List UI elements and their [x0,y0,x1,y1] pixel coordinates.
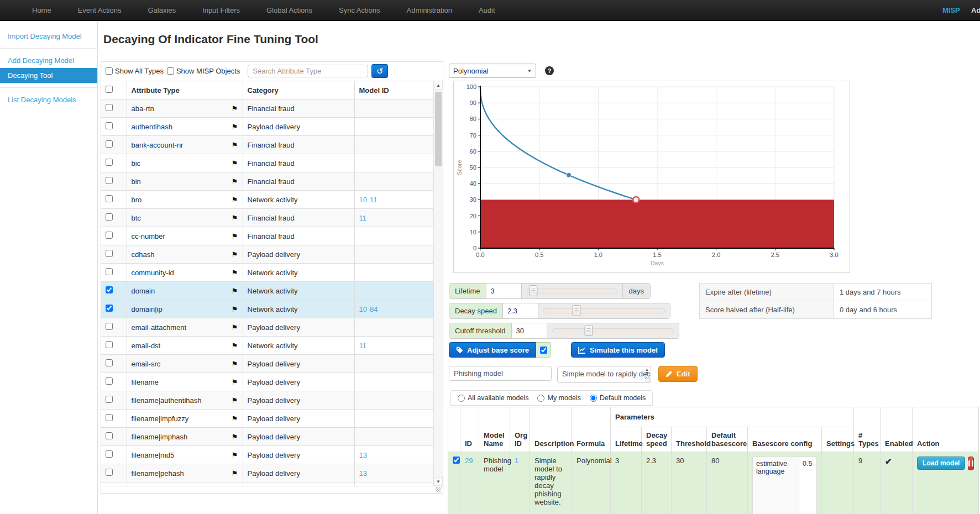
table-row[interactable]: bic⚑Financial fraud [101,154,433,172]
load-model-button[interactable]: Load model [917,457,965,470]
flag-icon[interactable]: ⚑ [232,378,238,386]
decay-speed-input[interactable] [503,303,538,318]
table-row[interactable]: filename⚑Payload delivery [101,373,433,391]
attribute-row-checkbox[interactable] [106,469,113,476]
sidebar-item-decaying-tool[interactable]: Decaying Tool [0,68,97,83]
adjust-base-score-button[interactable]: Adjust base score [449,342,536,358]
cutoff-threshold-slider-track[interactable] [552,328,674,333]
model-description-textarea[interactable]: Simple model to rapidly decay ▲ ▼ [557,366,651,383]
attribute-row-checkbox[interactable] [106,305,113,312]
model-name-input[interactable] [449,366,552,381]
table-row[interactable]: cc-number⚑Financial fraud [101,227,433,245]
model-id-link[interactable]: 13 [359,469,367,478]
attribute-row-checkbox[interactable] [106,396,113,403]
adjust-basescore-checkbox[interactable] [540,347,547,354]
model-id-link[interactable]: 10 [359,196,367,204]
table-row[interactable]: cdhash⚑Payload delivery [101,245,433,264]
textarea-resize-grip-icon[interactable] [645,377,650,382]
model-id-link[interactable]: 10 [359,305,367,313]
decay-speed-slider[interactable] [538,303,670,318]
attribute-row-checkbox[interactable] [106,323,113,330]
nav-item-galaxies[interactable]: Galaxies [148,6,176,14]
all-available-models-radio[interactable] [458,395,465,402]
model-id-link[interactable]: 11 [370,196,378,204]
all-available-models-option[interactable]: All available models [458,394,528,402]
attribute-table-scrollbar[interactable]: ▲ ▼ [433,81,443,486]
lifetime-slider-handle[interactable] [529,285,537,296]
flag-icon[interactable]: ⚑ [232,360,238,368]
flag-icon[interactable]: ⚑ [232,104,238,113]
help-icon[interactable]: ? [545,66,554,75]
simulate-model-button[interactable]: Simulate this model [571,342,665,358]
table-row[interactable]: email-attachment⚑Payload delivery [101,318,433,337]
lifetime-slider[interactable] [522,284,622,298]
table-row[interactable]: filename|authentihash⚑Payload delivery [101,391,433,410]
show-misp-objects-checkbox[interactable] [167,67,174,75]
model-id-link[interactable]: 11 [359,342,367,350]
table-row[interactable]: bro⚑Network activity1011 [101,191,433,209]
my-models-option[interactable]: My models [537,394,580,402]
show-all-types-checkbox[interactable] [106,67,113,75]
table-row[interactable]: domain⚑Network activity [101,282,433,300]
attribute-row-checkbox[interactable] [106,377,113,385]
cutoff-threshold-slider[interactable] [547,323,679,338]
org-id-link[interactable]: 1 [515,457,518,465]
sidebar-item-list-decaying-models[interactable]: List Decaying Models [0,92,97,107]
cutoff-threshold-slider-handle[interactable] [584,325,593,336]
table-row[interactable]: email-src⚑Payload delivery [101,355,433,373]
flag-icon[interactable]: ⚑ [232,232,238,240]
flag-icon[interactable]: ⚑ [232,323,238,332]
nav-item-home[interactable]: Home [32,6,51,14]
cutoff-threshold-input[interactable] [512,323,547,338]
model-id-link[interactable]: 29 [465,457,473,465]
flag-icon[interactable]: ⚑ [232,433,238,441]
table-row[interactable]: community-id⚑Network activity [101,264,433,282]
table-row[interactable]: btc⚑Financial fraud11 [101,209,433,227]
attribute-row-checkbox[interactable] [106,432,113,439]
table-row[interactable]: filename|impfuzzy⚑Payload delivery [101,410,433,428]
my-models-radio[interactable] [537,395,544,402]
table-row[interactable]: filename|pehash⚑Payload delivery13 [101,464,433,482]
nav-item-input-filters[interactable]: Input Filters [202,6,240,14]
attribute-row-checkbox[interactable] [106,450,113,458]
search-input[interactable] [248,65,368,77]
attribute-row-checkbox[interactable] [106,140,113,148]
scrollbar-up-icon[interactable]: ▲ [434,81,443,90]
attribute-row-checkbox[interactable] [106,122,113,129]
default-models-option[interactable]: Default models [590,394,646,402]
default-models-radio[interactable] [590,395,597,402]
table-row[interactable]: bank-account-nr⚑Financial fraud [101,136,433,154]
flag-icon[interactable]: ⚑ [232,214,238,222]
nav-item-sync-actions[interactable]: Sync Actions [339,6,380,14]
misp-brand[interactable]: MISP [942,0,960,21]
nav-item-global-actions[interactable]: Global Actions [266,6,312,14]
edit-model-button[interactable]: Edit [658,366,698,382]
attribute-row-checkbox[interactable] [106,250,113,257]
refresh-button[interactable]: ↺ [371,64,388,78]
flag-icon[interactable]: ⚑ [232,451,238,459]
decay-chart[interactable]: 01020304050607080901000.00.51.01.52.02.5… [454,81,848,271]
nav-item-event-actions[interactable]: Event Actions [78,6,122,14]
flag-icon[interactable]: ⚑ [232,196,238,204]
attribute-row-checkbox[interactable] [106,359,113,366]
attribute-row-checkbox[interactable] [106,213,113,221]
flag-icon[interactable]: ⚑ [232,123,238,131]
table-row[interactable]: filename|imphash⚑Payload delivery [101,428,433,446]
model-id-link[interactable]: 84 [370,305,378,313]
flag-icon[interactable]: ⚑ [232,305,238,313]
attribute-row-checkbox[interactable] [106,177,113,184]
flag-icon[interactable]: ⚑ [232,287,238,295]
flag-icon[interactable]: ⚑ [232,396,238,405]
attribute-row-checkbox[interactable] [106,104,113,111]
nav-item-audit[interactable]: Audit [479,6,495,14]
flag-icon[interactable]: ⚑ [232,269,238,277]
attribute-row-checkbox[interactable] [106,341,113,348]
models-row-checkbox[interactable] [453,457,460,464]
formula-select[interactable]: Polynomial ▼ [449,64,536,78]
table-row[interactable]: aba-rtn⚑Financial fraud [101,99,433,118]
attribute-row-checkbox[interactable] [106,159,113,166]
model-row-29[interactable]: 29 Phishing model 1 Simple model to rapi… [448,452,979,514]
table-row[interactable]: authentihash⚑Payload delivery [101,118,433,136]
resize-grip-icon[interactable] [436,487,442,492]
model-id-link[interactable]: 13 [359,451,367,459]
